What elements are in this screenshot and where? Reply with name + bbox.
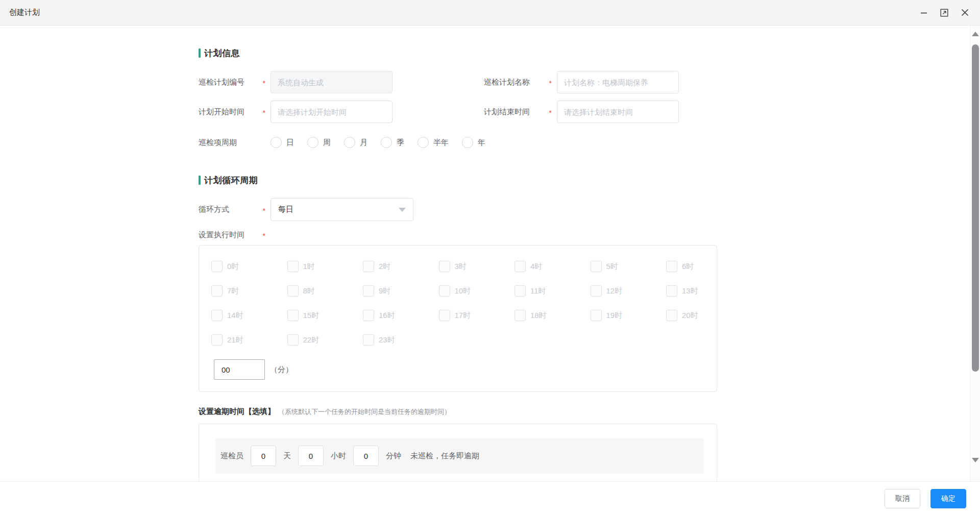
hour-label: 8时 xyxy=(303,286,315,296)
execution-time-panel: 0时1时2时3时4时5时6时7时8时9时10时11时12时13时14时15时16… xyxy=(199,245,717,392)
overdue-days-unit: 天 xyxy=(283,451,291,461)
overdue-hours-unit: 小时 xyxy=(331,451,346,461)
start-time-input[interactable] xyxy=(271,101,393,123)
minimize-button[interactable] xyxy=(919,8,929,18)
form-row-2: 计划开始时间 * 计划结束时间 * xyxy=(199,101,969,123)
hour-checkbox-item-11[interactable]: 11时 xyxy=(514,285,591,297)
minute-unit-label: （分） xyxy=(270,365,293,375)
hour-checkbox-item-22[interactable]: 22时 xyxy=(287,334,363,346)
item-cycle-label-cell: 巡检项周期 xyxy=(199,138,265,148)
close-button[interactable] xyxy=(960,8,970,18)
end-time-input[interactable] xyxy=(557,101,679,123)
hour-checkbox-item-16[interactable]: 16时 xyxy=(363,310,439,321)
hour-checkbox-item-18[interactable]: 18时 xyxy=(514,310,591,321)
hour-grid: 0时1时2时3时4时5时6时7时8时9时10时11时12时13时14时15时16… xyxy=(211,261,717,346)
hour-label: 21时 xyxy=(227,335,243,345)
overdue-header: 设置逾期时间【选填】 （系统默认下一个任务的开始时间是当前任务的逾期时间） xyxy=(199,407,969,418)
hour-checkbox-item-7[interactable]: 7时 xyxy=(211,285,287,297)
checkbox-icon xyxy=(211,334,223,346)
scroll-down-icon[interactable] xyxy=(972,458,979,462)
item-cycle-radio-2[interactable]: 月 xyxy=(344,137,368,148)
checkbox-icon xyxy=(666,310,677,321)
item-cycle-radio-3[interactable]: 季 xyxy=(381,137,404,148)
hour-checkbox-item-15[interactable]: 15时 xyxy=(287,310,363,321)
loop-mode-label: 循环方式 xyxy=(199,205,229,214)
hour-label: 2时 xyxy=(379,262,390,272)
hour-label: 19时 xyxy=(606,311,623,321)
maximize-button[interactable] xyxy=(939,8,949,18)
end-time-label-cell: 计划结束时间 * xyxy=(484,107,552,117)
loop-mode-select[interactable]: 每日 xyxy=(271,198,413,221)
checkbox-icon xyxy=(514,285,526,297)
hour-checkbox-item-9[interactable]: 9时 xyxy=(363,285,439,297)
radio-circle-icon xyxy=(418,137,429,148)
checkbox-icon xyxy=(363,334,374,346)
overdue-minutes-input[interactable] xyxy=(353,446,379,466)
radio-circle-icon xyxy=(307,137,318,148)
confirm-button[interactable]: 确定 xyxy=(930,489,966,508)
checkbox-icon xyxy=(591,310,602,321)
hour-checkbox-item-23[interactable]: 23时 xyxy=(363,334,439,346)
dialog-footer: 取消 确定 xyxy=(0,481,980,515)
hour-checkbox-item-5[interactable]: 5时 xyxy=(591,261,667,272)
checkbox-icon xyxy=(211,310,223,321)
item-cycle-radio-0[interactable]: 日 xyxy=(271,137,294,148)
hour-checkbox-item-4[interactable]: 4时 xyxy=(514,261,591,272)
overdue-minutes-unit: 分钟 xyxy=(386,451,401,461)
hour-checkbox-item-8[interactable]: 8时 xyxy=(287,285,363,297)
hour-label: 4时 xyxy=(530,262,542,272)
plan-name-group: 巡检计划名称 * xyxy=(484,71,679,93)
hour-checkbox-item-21[interactable]: 21时 xyxy=(211,334,287,346)
overdue-prefix-label: 巡检员 xyxy=(220,451,243,461)
checkbox-icon xyxy=(287,310,299,321)
required-asterisk: * xyxy=(263,205,265,215)
end-time-label: 计划结束时间 xyxy=(484,107,530,117)
hour-checkbox-item-17[interactable]: 17时 xyxy=(439,310,515,321)
hour-checkbox-item-3[interactable]: 3时 xyxy=(439,261,515,272)
scrollbar[interactable] xyxy=(970,26,980,481)
item-cycle-radio-4[interactable]: 半年 xyxy=(418,137,449,148)
hour-checkbox-item-0[interactable]: 0时 xyxy=(211,261,287,272)
hour-label: 7时 xyxy=(227,286,239,296)
item-cycle-radio-1[interactable]: 周 xyxy=(307,137,331,148)
checkbox-icon xyxy=(287,261,299,272)
minute-row: （分） xyxy=(211,359,717,380)
cancel-button[interactable]: 取消 xyxy=(885,489,920,508)
overdue-row: 巡检员 天 小时 分钟 未巡检，任务即逾期 xyxy=(215,438,704,474)
overdue-hours-input[interactable] xyxy=(298,446,324,466)
plan-number-input[interactable] xyxy=(271,71,393,93)
hour-label: 10时 xyxy=(455,286,471,296)
hour-checkbox-item-2[interactable]: 2时 xyxy=(363,261,439,272)
radio-label: 季 xyxy=(397,138,404,148)
loop-mode-label-cell: 循环方式 * xyxy=(199,205,265,215)
checkbox-icon xyxy=(363,261,374,272)
minute-input[interactable] xyxy=(214,359,265,380)
hour-checkbox-item-13[interactable]: 13时 xyxy=(666,285,742,297)
hour-label: 14时 xyxy=(227,311,243,321)
hour-checkbox-item-20[interactable]: 20时 xyxy=(666,310,742,321)
hour-checkbox-item-14[interactable]: 14时 xyxy=(211,310,287,321)
close-icon xyxy=(961,8,969,17)
radio-label: 日 xyxy=(286,138,294,148)
checkbox-icon xyxy=(211,261,223,272)
minimize-icon xyxy=(920,9,928,17)
overdue-days-input[interactable] xyxy=(251,446,276,466)
hour-checkbox-item-19[interactable]: 19时 xyxy=(591,310,667,321)
scrollbar-thumb[interactable] xyxy=(972,44,979,372)
plan-number-label-cell: 巡检计划编号 * xyxy=(199,77,265,87)
create-plan-form: 计划信息 巡检计划编号 * 巡检计划名称 * 计划开始时间 * xyxy=(0,26,969,481)
plan-name-input[interactable] xyxy=(557,71,679,93)
hour-label: 18时 xyxy=(530,311,547,321)
section-cycle-header: 计划循环周期 xyxy=(199,175,969,186)
hour-label: 12时 xyxy=(606,286,623,296)
loop-mode-value: 每日 xyxy=(278,205,293,214)
hour-checkbox-item-12[interactable]: 12时 xyxy=(591,285,667,297)
scroll-up-icon[interactable] xyxy=(972,32,979,36)
plan-number-label: 巡检计划编号 xyxy=(199,78,244,87)
item-cycle-radio-5[interactable]: 年 xyxy=(462,137,485,148)
hour-label: 3时 xyxy=(455,262,467,272)
hour-checkbox-item-10[interactable]: 10时 xyxy=(439,285,515,297)
hour-checkbox-item-6[interactable]: 6时 xyxy=(666,261,742,272)
checkbox-icon xyxy=(439,310,450,321)
hour-checkbox-item-1[interactable]: 1时 xyxy=(287,261,363,272)
